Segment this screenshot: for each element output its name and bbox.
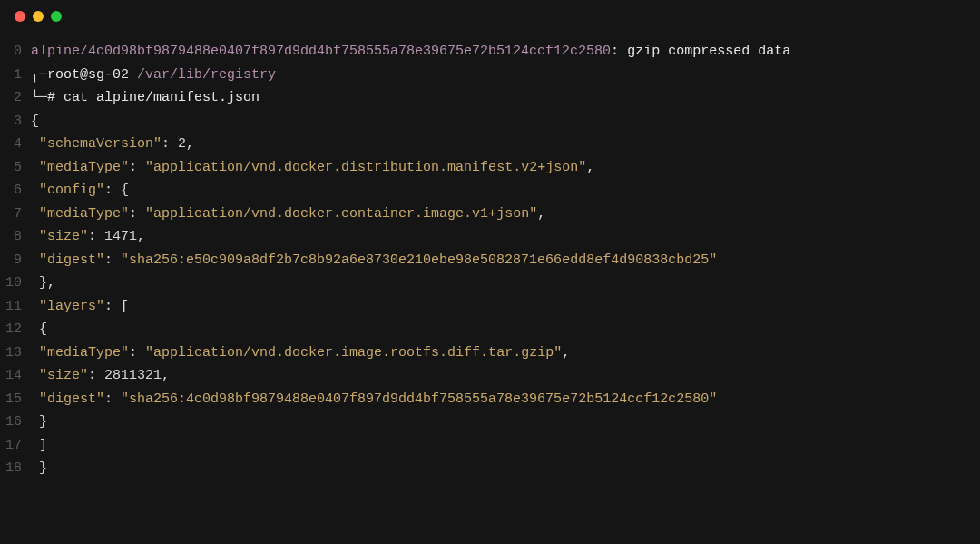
code-line: 14 "size": 2811321, [0,364,980,388]
code-line: 2 └─# cat alpine/manifest.json [0,86,980,110]
code-line: 9 "digest": "sha256:e50c909a8df2b7c8b92a… [0,249,980,272]
bracket: ] [31,434,980,458]
json-pair: "digest": "sha256:e50c909a8df2b7c8b92a6e… [31,249,980,272]
brace: } [31,457,980,480]
json-value: 2 [178,136,186,152]
code-line: 11 "layers": [ [0,295,980,319]
prompt-line: ┌─root@sg-02 /var/lib/registry [31,64,980,87]
file-path: alpine/4c0d98bf9879488e0407f897d9dd4bf75… [31,44,611,59]
json-punct: ] [39,438,47,453]
code-line: 6 "config": { [0,179,980,203]
user-host: root@sg-02 [47,67,137,83]
line-number: 4 [0,133,31,156]
code-line: 10 }, [0,272,980,295]
code-line: 18 } [0,457,980,480]
terminal-window: 0 alpine/4c0d98bf9879488e0407f897d9dd4bf… [0,0,980,544]
line-number: 16 [0,410,31,434]
json-value: 2811321 [104,368,162,383]
json-value: "sha256:4c0d98bf9879488e0407f897d9dd4bf7… [121,391,717,407]
json-pair: "config": { [31,179,980,203]
json-colon: : [129,160,145,175]
json-pair: "mediaType": "application/vnd.docker.ima… [31,341,980,365]
json-key: "digest" [39,252,104,268]
line-content: alpine/4c0d98bf9879488e0407f897d9dd4bf75… [31,40,980,64]
line-number: 1 [0,64,31,87]
code-line: 16 } [0,410,980,434]
prompt-hash: # [47,90,64,105]
json-key: "digest" [39,391,104,407]
json-value: "application/vnd.docker.distribution.man… [145,160,586,175]
json-key: "layers" [39,299,104,314]
json-pair: "mediaType": "application/vnd.docker.dis… [31,156,980,180]
line-number: 12 [0,318,31,341]
code-line: 17 ] [0,434,980,458]
json-comma: , [137,229,145,244]
line-number: 11 [0,295,31,319]
json-key: "schemaVersion" [39,136,162,152]
maximize-icon[interactable] [51,11,62,22]
minimize-icon[interactable] [33,11,44,22]
json-colon: : [162,136,178,152]
code-line: 15 "digest": "sha256:4c0d98bf9879488e040… [0,388,980,411]
code-line: 3 { [0,110,980,134]
json-pair: "schemaVersion": 2, [31,133,980,156]
json-colon: : [129,345,145,361]
json-pair: "size": 2811321, [31,364,980,388]
separator: : [611,44,627,59]
json-colon: : [ [104,299,129,314]
titlebar [0,0,980,33]
line-number: 14 [0,364,31,388]
line-number: 7 [0,203,31,226]
prompt-line: └─# cat alpine/manifest.json [31,86,980,110]
close-icon[interactable] [15,11,25,22]
cwd: /var/lib/registry [137,67,276,83]
code-line: 13 "mediaType": "application/vnd.docker.… [0,341,980,365]
json-pair: "size": 1471, [31,225,980,249]
json-colon: : [88,368,104,383]
json-key: "mediaType" [39,345,129,361]
json-colon: : [88,229,104,244]
json-value: "application/vnd.docker.container.image.… [145,206,537,222]
prompt-corner: └─ [31,90,47,105]
brace: } [31,410,980,434]
json-key: "mediaType" [39,160,129,175]
json-punct: } [39,460,47,476]
json-punct: }, [39,275,55,291]
json-pair: "layers": [ [31,295,980,319]
line-number: 0 [0,40,31,64]
code-area[interactable]: 0 alpine/4c0d98bf9879488e0407f897d9dd4bf… [0,33,980,480]
json-colon: : [104,391,121,407]
json-colon: : [104,252,121,268]
line-number: 13 [0,341,31,365]
json-key: "mediaType" [39,206,129,222]
json-comma: , [186,136,194,152]
json-key: "size" [39,368,88,383]
code-line: 12 { [0,318,980,341]
brace: }, [31,272,980,295]
prompt-corner: ┌─ [31,67,47,83]
line-number: 3 [0,110,31,134]
line-number: 10 [0,272,31,295]
code-line: 8 "size": 1471, [0,225,980,249]
line-number: 5 [0,156,31,180]
json-pair: "digest": "sha256:4c0d98bf9879488e0407f8… [31,388,980,411]
json-value: 1471 [104,229,137,244]
json-colon: : [129,206,145,222]
brace: { [31,110,980,134]
code-line: 1 ┌─root@sg-02 /var/lib/registry [0,64,980,87]
code-line: 4 "schemaVersion": 2, [0,133,980,156]
file-type: gzip compressed data [627,44,790,59]
json-comma: , [162,368,170,383]
json-key: "size" [39,229,88,244]
json-punct: } [39,414,47,430]
line-number: 6 [0,179,31,203]
json-comma: , [537,206,545,222]
line-number: 18 [0,457,31,480]
brace: { [31,318,980,341]
json-value: "application/vnd.docker.image.rootfs.dif… [145,345,562,361]
json-comma: , [562,345,570,361]
json-key: "config" [39,183,104,198]
json-colon: : { [104,183,129,198]
line-number: 17 [0,434,31,458]
line-number: 8 [0,225,31,249]
